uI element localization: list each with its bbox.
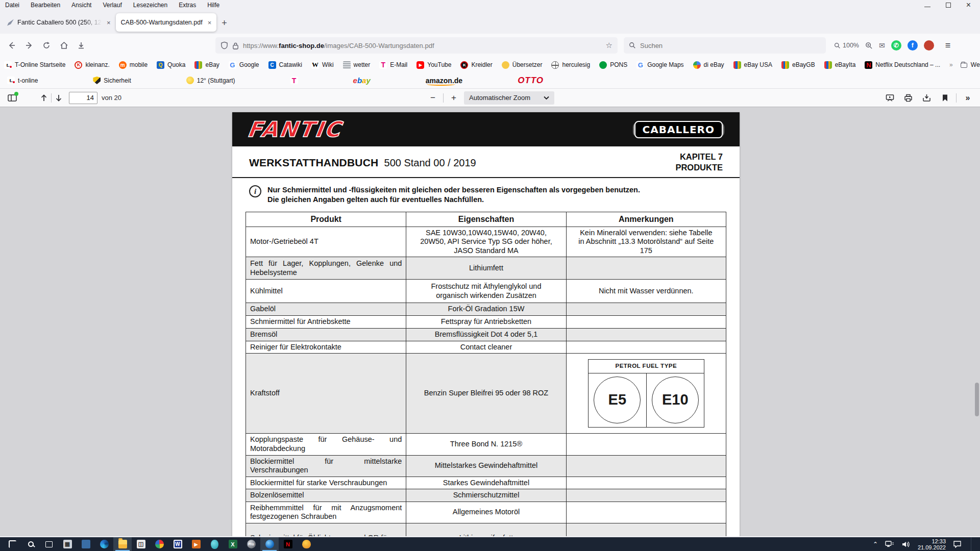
taskbar-app-orange-icon[interactable] [297,537,315,551]
bookmark-catawiki[interactable]: CCatawiki [268,61,302,69]
taskbar-app-teal-icon[interactable] [205,537,224,551]
page-down-icon[interactable] [52,91,66,105]
menu-item-extras[interactable]: Extras [179,2,196,9]
lock-icon[interactable] [232,42,239,49]
bookmark-wiki[interactable]: WWiki [311,61,334,69]
presentation-icon[interactable] [883,91,897,105]
clock[interactable]: 12:33 21.09.2022 [918,538,946,550]
menu-icon[interactable]: ≡ [945,40,951,51]
taskbar-netflix-icon[interactable]: N [279,537,297,551]
taskbar-start-icon[interactable] [3,537,21,551]
bookmark-google[interactable]: GGoogle [229,61,259,69]
bookmark-t[interactable]: T [290,77,298,84]
bookmark-youtube[interactable]: ▶YouTube [416,61,451,69]
reload-icon[interactable] [39,38,54,53]
bookmark-sicherheit[interactable]: Sicherheit [93,77,131,84]
taskbar-task-view-icon[interactable] [40,537,58,551]
taskbar-app-panel-icon[interactable] [77,537,95,551]
bookmark-icon[interactable] [938,91,952,105]
maximize-button[interactable] [946,3,951,8]
taskbar-paint-icon[interactable] [150,537,168,551]
search-input[interactable]: Suchen [624,37,826,54]
taskbar-edge-icon[interactable] [95,537,113,551]
tab-close-icon[interactable]: × [208,19,212,27]
whatsapp-icon[interactable]: ✆ [891,40,901,51]
bookmark-kleinanz-[interactable]: Kkleinanz. [75,61,109,69]
facebook-icon[interactable]: f [908,40,918,51]
menu-item-datei[interactable]: Datei [5,2,19,9]
scrollbar-thumb[interactable] [975,383,979,416]
taskbar-excel-icon[interactable]: X [224,537,242,551]
taskbar-app-monitor-icon[interactable]: ▦ [58,537,77,551]
bookmark--bersetzer[interactable]: Übersetzer [502,61,543,69]
show-desktop-button[interactable] [971,537,973,551]
menu-item-bearbeiten[interactable]: Bearbeiten [31,2,60,9]
menu-item-ansicht[interactable]: Ansicht [71,2,91,9]
close-button[interactable]: × [966,3,971,8]
app-box-glyph: ◫ [137,540,145,548]
download-icon[interactable] [74,38,89,53]
taskbar-app-sphere-icon[interactable]: Pro [242,537,260,551]
bookmark-wetter[interactable]: wetter [343,61,371,69]
bookmark-mobile[interactable]: mmobile [119,61,148,69]
taskbar-firefox-icon[interactable] [260,537,279,551]
tab-fantic-caballero[interactable]: Fantic Caballero 500 (250, 125 × [2,13,116,32]
taskbar-file-explorer-icon[interactable] [113,537,132,551]
bookmark-quoka[interactable]: QQuoka [157,61,185,69]
menu-item-hilfe[interactable]: Hilfe [207,2,219,9]
page-number-input[interactable] [69,92,97,104]
bookmark-ebaygb[interactable]: eBayGB [781,61,815,69]
bookmark-ebay[interactable]: ebay [353,76,371,85]
bookmark-e-mail[interactable]: TE-Mail [379,61,407,69]
bookmark-ebayita[interactable]: eBayIta [824,61,856,69]
zoom-out-button[interactable]: − [426,91,440,105]
tab-close-icon[interactable]: × [107,19,111,27]
bookmark-di-ebay[interactable]: di eBay [693,61,724,69]
action-center-icon[interactable] [953,540,962,548]
bookmark-otto[interactable]: OTTO [518,76,544,86]
bookmark-12-stuttgart-[interactable]: 12° (Stuttgart) [186,77,235,84]
taskbar-word-icon[interactable]: W [168,537,187,551]
taskbar-app-box-icon[interactable]: ◫ [132,537,150,551]
magnifier-plus-icon[interactable] [865,42,873,49]
bookmark-pons[interactable]: PONS [599,61,627,69]
speaker-icon[interactable] [901,541,911,548]
tab-pdf-active[interactable]: CAB-500-Wartungsdaten.pdf × [116,13,217,32]
mail-icon[interactable]: ✉ [879,41,885,49]
more-tools-icon[interactable]: » [961,91,975,105]
bookmark-star-icon[interactable]: ☆ [606,41,612,50]
zoom-select[interactable]: Automatischer Zoom [464,91,554,105]
minimize-button[interactable] [924,3,930,7]
shield-icon[interactable] [220,41,228,49]
zoom-indicator[interactable]: 100% [834,42,859,49]
bookmark-ebay-usa[interactable]: eBay USA [733,61,772,69]
bookmarks-overflow-chevron[interactable]: » [949,61,953,68]
url-bar[interactable]: https://www.fantic-shop.de/images/CAB-50… [215,37,618,54]
network-icon[interactable] [885,541,894,548]
taskbar-search-icon[interactable] [21,537,40,551]
print-icon[interactable] [901,91,915,105]
bookmark-t-online[interactable]: t.t-online [7,77,38,84]
pocket-icon[interactable] [924,40,934,51]
bookmark-kreidler[interactable]: KKreidler [460,61,492,69]
forward-icon[interactable] [21,38,37,53]
bookmark-google-maps[interactable]: GGoogle Maps [636,61,683,69]
tray-chevron-icon[interactable]: ⌃ [873,541,878,548]
new-tab-button[interactable]: + [222,18,227,29]
home-icon[interactable] [56,38,71,53]
menu-item-lesezeichen[interactable]: Lesezeichen [133,2,167,9]
taskbar-powerdvd-icon[interactable]: ▶ [187,537,205,551]
bookmark-ebay[interactable]: eBay [194,61,219,69]
page-up-icon[interactable] [37,91,51,105]
back-icon[interactable] [4,38,19,53]
sidebar-toggle-icon[interactable] [5,91,19,105]
bookmark-t-online-startseite[interactable]: t.T-Online Startseite [4,61,65,69]
bookmark-weitere-lesezeichen[interactable]: Weitere Lesezeichen [960,61,980,69]
menu-item-verlauf[interactable]: Verlauf [103,2,121,9]
save-icon[interactable] [919,91,934,105]
bookmark-herculesig[interactable]: herculesig [551,61,590,69]
bookmark-amazon-de[interactable]: amazon.de [426,77,462,85]
pdf-viewer[interactable]: FANTIC CABALLERO WERKSTATTHANDBUCH 500 S… [0,107,980,536]
bookmark-netflix-deutschland-[interactable]: NNetflix Deutschland – ... [865,61,940,69]
zoom-in-button[interactable]: + [447,91,461,105]
